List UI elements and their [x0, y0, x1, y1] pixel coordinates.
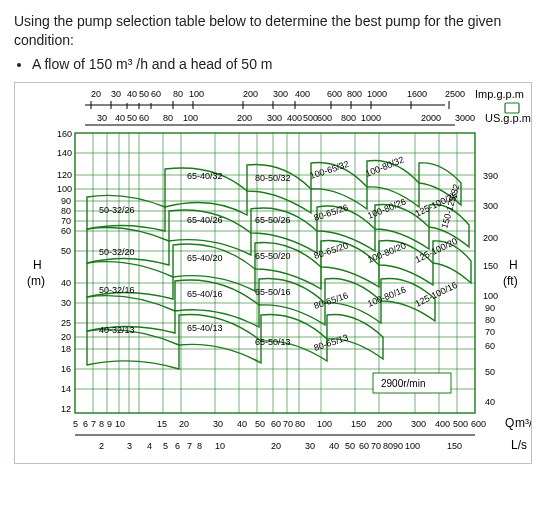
svg-text:65-40/16: 65-40/16 — [187, 289, 223, 299]
right-ticks-ft: 390 300 200 150 100 90 80 70 60 50 40 — [483, 171, 498, 407]
svg-text:65-50/16: 65-50/16 — [255, 287, 291, 297]
svg-text:800: 800 — [347, 89, 362, 99]
svg-text:3: 3 — [127, 441, 132, 451]
svg-text:100: 100 — [189, 89, 204, 99]
svg-text:30: 30 — [111, 89, 121, 99]
axis-h-ft: H — [509, 258, 518, 272]
svg-text:300: 300 — [267, 113, 282, 123]
svg-text:2000: 2000 — [421, 113, 441, 123]
svg-text:50: 50 — [485, 367, 495, 377]
question-condition: A flow of 150 m³ /h and a head of 50 m — [32, 56, 542, 72]
svg-text:100: 100 — [183, 113, 198, 123]
bottom-scale-ls: 2345 67810 2030 40506070 8090100150 — [75, 435, 475, 451]
unit-imp-gpm: Imp.g.p.m — [475, 88, 524, 100]
svg-text:65-40/26: 65-40/26 — [187, 215, 223, 225]
svg-text:8: 8 — [197, 441, 202, 451]
svg-text:5: 5 — [73, 419, 78, 429]
question-intro: Using the pump selection table below to … — [14, 12, 542, 50]
svg-text:60: 60 — [61, 226, 71, 236]
svg-text:30: 30 — [61, 298, 71, 308]
svg-text:65-50/20: 65-50/20 — [255, 251, 291, 261]
svg-text:90: 90 — [393, 441, 403, 451]
svg-text:150: 150 — [447, 441, 462, 451]
svg-text:16: 16 — [61, 364, 71, 374]
svg-text:50: 50 — [345, 441, 355, 451]
pump-selection-chart: 20 30 405060 80 100 200 300 400 600 800 … — [14, 82, 532, 464]
axis-q: Q — [505, 416, 514, 430]
svg-text:80: 80 — [163, 113, 173, 123]
svg-text:40: 40 — [127, 89, 137, 99]
svg-text:40: 40 — [485, 397, 495, 407]
svg-text:100: 100 — [405, 441, 420, 451]
unit-us-gpm: US.g.p.m — [485, 112, 531, 124]
svg-text:40: 40 — [329, 441, 339, 451]
axis-ls-unit: L/s — [511, 438, 527, 452]
svg-text:500: 500 — [453, 419, 468, 429]
svg-text:20: 20 — [91, 89, 101, 99]
svg-text:14: 14 — [61, 384, 71, 394]
svg-text:200: 200 — [483, 233, 498, 243]
svg-text:300: 300 — [411, 419, 426, 429]
bottom-scale-m3h: 5678910 1520 304050 607080 100150200 300… — [73, 419, 486, 429]
svg-text:1000: 1000 — [367, 89, 387, 99]
svg-text:200: 200 — [243, 89, 258, 99]
svg-text:50-32/20: 50-32/20 — [99, 247, 135, 257]
svg-text:120: 120 — [57, 170, 72, 180]
svg-text:15: 15 — [157, 419, 167, 429]
svg-text:60: 60 — [151, 89, 161, 99]
svg-text:65-50/13: 65-50/13 — [255, 337, 291, 347]
svg-text:80: 80 — [383, 441, 393, 451]
svg-text:9: 9 — [107, 419, 112, 429]
svg-text:70: 70 — [371, 441, 381, 451]
svg-text:200: 200 — [377, 419, 392, 429]
left-ticks-m: 160 140 120 100 90 80 70 60 50 40 30 25 … — [57, 129, 72, 414]
svg-text:25: 25 — [61, 318, 71, 328]
svg-text:10: 10 — [115, 419, 125, 429]
svg-text:300: 300 — [483, 201, 498, 211]
svg-text:50-32/16: 50-32/16 — [99, 285, 135, 295]
svg-text:20: 20 — [271, 441, 281, 451]
svg-text:65-40/13: 65-40/13 — [187, 323, 223, 333]
svg-text:80: 80 — [485, 315, 495, 325]
svg-text:1000: 1000 — [361, 113, 381, 123]
speed-label: 2900r/min — [381, 378, 425, 389]
svg-text:60: 60 — [139, 113, 149, 123]
svg-text:30: 30 — [97, 113, 107, 123]
svg-text:4: 4 — [147, 441, 152, 451]
top-scale-imp: 20 30 405060 80 100 200 300 400 600 800 … — [85, 88, 524, 113]
svg-text:30: 30 — [305, 441, 315, 451]
svg-text:20: 20 — [179, 419, 189, 429]
svg-text:1600: 1600 — [407, 89, 427, 99]
svg-text:10: 10 — [215, 441, 225, 451]
axis-q-unit: m³/h — [515, 416, 531, 430]
top-scale-us: 30405060 80100 200300 400500600 8001000 … — [85, 112, 531, 125]
svg-text:400: 400 — [295, 89, 310, 99]
svg-text:60: 60 — [359, 441, 369, 451]
svg-text:7: 7 — [91, 419, 96, 429]
svg-text:600: 600 — [317, 113, 332, 123]
question-text: Using the pump selection table below to … — [14, 12, 542, 72]
svg-text:100: 100 — [483, 291, 498, 301]
svg-text:50-32/26: 50-32/26 — [99, 205, 135, 215]
svg-text:40-32/13: 40-32/13 — [99, 325, 135, 335]
svg-text:50: 50 — [139, 89, 149, 99]
svg-text:65-40/32: 65-40/32 — [187, 171, 223, 181]
svg-text:90: 90 — [61, 196, 71, 206]
svg-text:90: 90 — [485, 303, 495, 313]
svg-text:400: 400 — [287, 113, 302, 123]
svg-text:2: 2 — [99, 441, 104, 451]
svg-text:600: 600 — [327, 89, 342, 99]
axis-h-ft-unit: (ft) — [503, 274, 518, 288]
svg-text:7: 7 — [187, 441, 192, 451]
svg-text:150: 150 — [351, 419, 366, 429]
svg-text:80-65/16: 80-65/16 — [313, 290, 350, 310]
svg-text:125-100/16: 125-100/16 — [413, 280, 458, 309]
svg-text:6: 6 — [83, 419, 88, 429]
svg-text:390: 390 — [483, 171, 498, 181]
svg-text:160: 160 — [57, 129, 72, 139]
svg-text:80: 80 — [295, 419, 305, 429]
svg-text:70: 70 — [283, 419, 293, 429]
svg-text:80-50/32: 80-50/32 — [255, 173, 291, 183]
svg-text:500: 500 — [303, 113, 318, 123]
svg-text:60: 60 — [271, 419, 281, 429]
